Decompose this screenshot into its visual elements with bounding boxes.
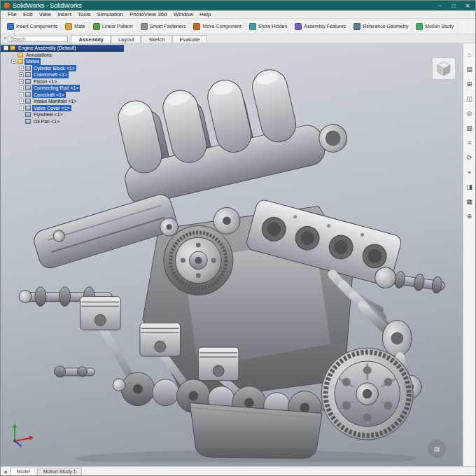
tree-item-icon — [25, 92, 31, 97]
menu-file[interactable]: File — [5, 11, 20, 18]
custom-properties-icon[interactable]: ≡ — [465, 139, 475, 148]
main-toolbar: Insert Components Mate Linear Pattern Sm… — [1, 19, 475, 34]
zoom-fit-icon[interactable]: ⌖ — [465, 168, 475, 177]
linear-pattern-button[interactable]: Linear Pattern — [90, 22, 137, 31]
main-area: - Engine Assembly (Default) Annotations … — [1, 43, 475, 466]
tab-layout[interactable]: Layout — [111, 35, 141, 43]
title-bar: SolidWorks - SolidWorks ─ □ ✕ — [1, 1, 475, 10]
resources-icon[interactable]: ⌂ — [465, 50, 475, 59]
tree-item-icon — [25, 99, 31, 104]
tree-item-valve-cover[interactable]: + Valve Cover <1> — [1, 105, 124, 112]
flywheel[interactable] — [321, 348, 413, 440]
expand-toggle[interactable] — [11, 52, 16, 57]
rotate-view-icon[interactable]: ⟳ — [465, 153, 475, 162]
decals-icon[interactable]: ▧ — [465, 124, 475, 133]
tree-item-label: Camshaft <1> — [32, 92, 66, 99]
assembly-features-button[interactable]: Assembly Features — [291, 22, 350, 31]
maximize-button[interactable]: □ — [449, 3, 458, 9]
toolbar-button-label: Insert Components — [16, 24, 57, 29]
toolbar-button-icon — [7, 23, 14, 30]
menu-help[interactable]: Help — [197, 11, 214, 18]
model-tab[interactable]: Model — [10, 468, 36, 475]
tree-item-intake-manifold[interactable]: + Intake Manifold <1> — [1, 98, 124, 105]
camshaft-right[interactable] — [374, 266, 446, 296]
tab-assembly[interactable]: Assembly — [71, 35, 110, 43]
design-library-icon[interactable]: ▤ — [465, 65, 475, 74]
tab-evaluate[interactable]: Evaluate — [172, 35, 206, 43]
menu-insert[interactable]: Insert — [55, 11, 74, 18]
toolbar-button-icon — [354, 23, 360, 30]
expand-toggle[interactable]: + — [19, 106, 24, 111]
toolbar-button-label: Smart Fasteners — [150, 24, 186, 29]
menu-bar: FileEditViewInsertToolsSimulationPhotoVi… — [1, 10, 475, 19]
tree-item-crankshaft[interactable]: + Crankshaft <1> — [1, 71, 124, 78]
tree-item-flywheel[interactable]: Flywheel <1> — [1, 111, 124, 118]
expand-toggle[interactable]: + — [19, 92, 24, 97]
tree-item-label: Intake Manifold <1> — [32, 98, 78, 105]
tree-item-piston[interactable]: + Piston <1> — [1, 78, 124, 85]
menu-view[interactable]: View — [36, 11, 54, 18]
tree-item-label: Piston <1> — [32, 78, 58, 85]
motion-study-tab[interactable]: Motion Study 1 — [37, 468, 83, 475]
featuremanager-filter: ⌕ — [4, 35, 68, 42]
menu-simulation[interactable]: Simulation — [94, 11, 126, 18]
search-icon: ⌕ — [4, 35, 6, 42]
tree-item-label: Mates — [24, 58, 41, 65]
minimize-button[interactable]: ─ — [435, 3, 444, 9]
tree-item-engine-assembly[interactable]: - Engine Assembly (Default) — [1, 45, 124, 52]
hide-show-icon[interactable]: ⊕ — [465, 212, 475, 221]
mate-button[interactable]: Mate — [62, 22, 90, 31]
menu-edit[interactable]: Edit — [20, 11, 36, 18]
tree-item-camshaft[interactable]: + Camshaft <1> — [1, 92, 124, 99]
tree-item-label: Oil Pan <1> — [32, 118, 61, 125]
menu-window[interactable]: Window — [171, 11, 196, 18]
tree-item-icon — [25, 119, 31, 124]
tree-item-label: Valve Cover <1> — [32, 105, 71, 112]
menu-tools[interactable]: Tools — [75, 11, 94, 18]
tree-item-icon — [10, 46, 15, 50]
tree-item-oil-pan[interactable]: Oil Pan <1> — [1, 118, 124, 125]
toolbar-button-label: Show Hidden — [258, 24, 288, 29]
tab-sketch[interactable]: Sketch — [141, 35, 172, 43]
expand-toggle[interactable] — [19, 112, 24, 117]
expand-toggle[interactable]: + — [19, 79, 24, 84]
move-component-button[interactable]: Move Component — [190, 22, 245, 31]
display-style-icon[interactable]: ▦ — [465, 197, 475, 206]
tree-item-cylinder-block[interactable]: + Cylinder Block <1> — [1, 65, 124, 72]
insert-components-button[interactable]: Insert Components — [4, 22, 62, 31]
expand-toggle[interactable]: + — [11, 59, 16, 64]
smart-fasteners-button[interactable]: Smart Fasteners — [137, 22, 190, 31]
expand-toggle[interactable]: - — [4, 46, 8, 50]
graphics-area[interactable]: - Engine Assembly (Default) Annotations … — [1, 43, 463, 466]
tab-scroll-left-icon[interactable]: ◀ — [2, 469, 9, 475]
expand-toggle[interactable]: + — [19, 85, 24, 90]
tree-item-label: Crankshaft <1> — [32, 71, 69, 78]
expand-toggle[interactable] — [19, 119, 24, 124]
motion-study-button[interactable]: Motion Study — [412, 22, 458, 31]
filter-input[interactable] — [8, 36, 68, 42]
intake-manifold[interactable] — [108, 56, 351, 207]
tree-item-icon — [25, 106, 31, 111]
rocker-shaft[interactable] — [55, 366, 95, 377]
appearances-icon[interactable]: ◎ — [465, 109, 475, 118]
toolbar-button-label: Reference Geometry — [363, 24, 408, 29]
tree-item-mates[interactable]: + Mates — [1, 58, 124, 65]
view-cube[interactable] — [432, 57, 456, 80]
section-view-icon[interactable]: ◨ — [465, 183, 475, 192]
tree-item-connecting-rod[interactable]: + Connecting Rod <1> — [1, 85, 124, 92]
view-palette-icon[interactable]: ◫ — [465, 94, 475, 104]
reference-geometry-button[interactable]: Reference Geometry — [350, 22, 412, 31]
tree-item-icon — [25, 112, 31, 117]
expand-toggle[interactable]: + — [19, 72, 24, 77]
ai-watermark: ai — [428, 440, 446, 458]
expand-toggle[interactable]: + — [19, 99, 24, 104]
expand-toggle[interactable]: + — [19, 66, 24, 71]
tree-item-annotations[interactable]: Annotations — [1, 52, 124, 59]
toolbar-button-label: Mate — [74, 24, 85, 29]
file-explorer-icon[interactable]: ⊞ — [465, 80, 475, 89]
menu-photoview[interactable]: PhotoView 360 — [127, 11, 170, 18]
commandmanager-tabs: AssemblyLayoutSketchEvaluate — [71, 35, 206, 43]
close-button[interactable]: ✕ — [463, 3, 472, 9]
toolbar-button-icon — [193, 23, 200, 30]
show-hidden-button[interactable]: Show Hidden — [246, 22, 292, 31]
